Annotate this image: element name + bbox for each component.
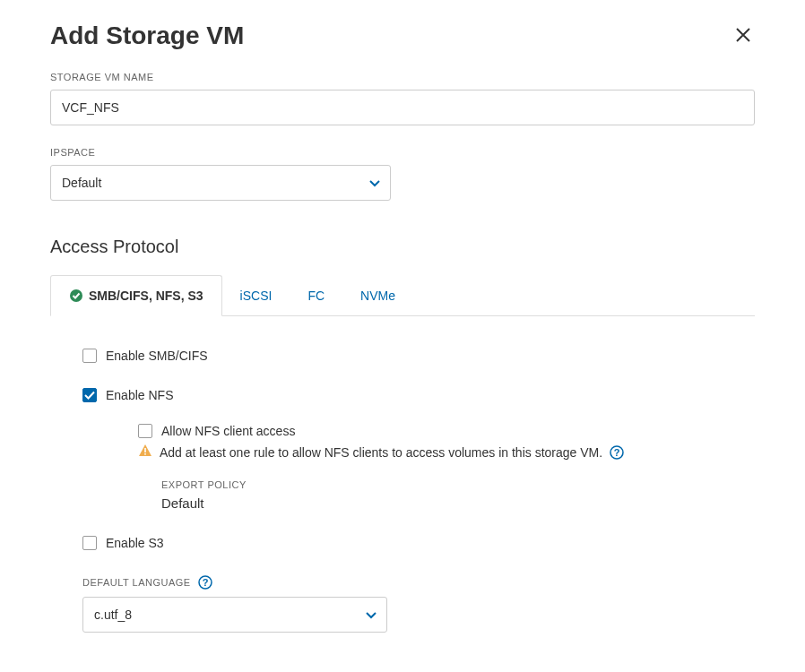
svg-rect-1 — [144, 448, 146, 452]
s3-checkbox-label: Enable S3 — [106, 536, 164, 550]
s3-checkbox[interactable] — [82, 536, 97, 550]
tab-smb-nfs-s3[interactable]: SMB/CIFS, NFS, S3 — [50, 275, 222, 316]
nfs-checkbox-label: Enable NFS — [106, 388, 173, 402]
default-language-label: DEFAULT LANGUAGE — [82, 577, 191, 588]
close-icon — [735, 23, 751, 47]
allow-nfs-checkbox[interactable] — [138, 424, 152, 438]
smb-checkbox-label: Enable SMB/CIFS — [106, 349, 208, 363]
export-policy-value: Default — [161, 495, 755, 511]
nfs-checkbox[interactable] — [82, 388, 97, 402]
check-circle-icon — [69, 289, 83, 303]
tab-iscsi[interactable]: iSCSI — [222, 275, 290, 315]
allow-nfs-checkbox-label: Allow NFS client access — [161, 424, 295, 438]
tab-nvme[interactable]: NVMe — [342, 275, 413, 315]
tab-label: SMB/CIFS, NFS, S3 — [89, 289, 203, 303]
tab-fc[interactable]: FC — [290, 275, 342, 315]
close-button[interactable] — [731, 22, 755, 50]
svg-rect-2 — [144, 453, 146, 455]
warning-text: Add at least one rule to allow NFS clien… — [160, 445, 602, 460]
smb-checkbox[interactable] — [82, 349, 97, 363]
default-language-select[interactable]: c.utf_8 — [82, 597, 387, 633]
help-icon[interactable]: ? — [198, 575, 212, 590]
ipspace-label: IPSPACE — [50, 147, 755, 158]
page-title: Add Storage VM — [50, 22, 244, 50]
svm-name-label: STORAGE VM NAME — [50, 72, 755, 82]
checkmark-icon — [84, 391, 95, 400]
protocol-tabs: SMB/CIFS, NFS, S3 iSCSI FC NVMe — [50, 275, 755, 316]
svm-name-input[interactable] — [50, 90, 755, 125]
warning-icon — [138, 444, 152, 461]
ipspace-select[interactable]: Default — [50, 165, 391, 201]
svg-text:?: ? — [614, 447, 620, 458]
svg-text:?: ? — [202, 577, 208, 588]
help-icon[interactable]: ? — [610, 445, 624, 460]
export-policy-label: EXPORT POLICY — [161, 479, 755, 490]
access-protocol-title: Access Protocol — [50, 237, 755, 257]
